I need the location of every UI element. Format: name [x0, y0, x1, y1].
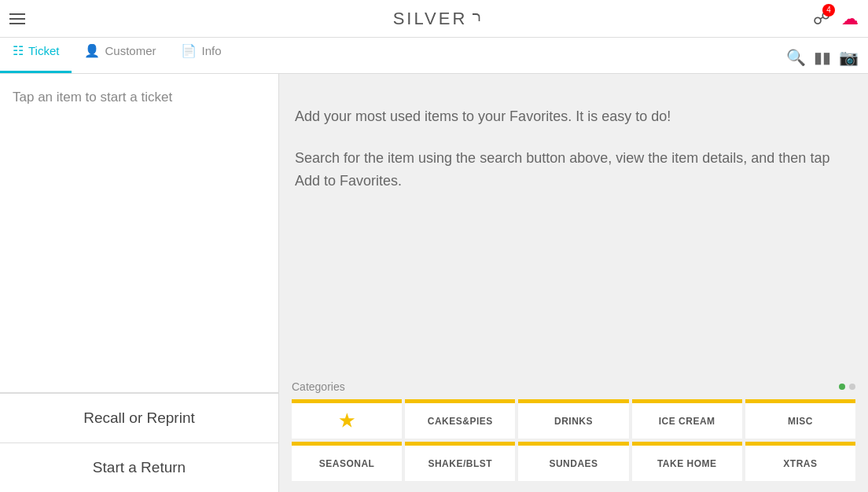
ticket-icon: ☷: [13, 43, 24, 58]
category-label: SEASONAL: [319, 458, 375, 469]
category-label: ICE CREAM: [659, 416, 715, 427]
categories-section: Categories ★ CAKES&PIES DRINKS ICE: [279, 380, 868, 492]
category-seasonal[interactable]: SEASONAL: [292, 442, 402, 481]
customer-icon: 👤: [84, 43, 100, 58]
cloud-icon[interactable]: ☁: [841, 9, 859, 29]
category-take-home[interactable]: TAKE HOME: [632, 442, 742, 481]
tab-ticket[interactable]: ☷ Ticket: [0, 38, 72, 73]
category-label: MISC: [788, 416, 813, 427]
category-ice-cream[interactable]: ICE CREAM: [632, 399, 742, 439]
category-label: DRINKS: [554, 416, 593, 427]
category-grid-row1: ★ CAKES&PIES DRINKS ICE CREAM MISC: [292, 399, 855, 439]
notification-button[interactable]: ☍ 4: [813, 9, 830, 29]
nav-tabs: ☷ Ticket 👤 Customer 📄 Info 🔍 ▮▮ 📷: [0, 38, 868, 74]
info-tab-icon: 📄: [181, 43, 197, 58]
category-label: XTRAS: [783, 458, 817, 469]
categories-label: Categories: [292, 380, 345, 393]
category-drinks[interactable]: DRINKS: [518, 399, 628, 439]
category-xtras[interactable]: XTRAS: [745, 442, 855, 481]
tab-customer-label: Customer: [105, 44, 156, 57]
top-bar-right: ☍ 4 ☁: [813, 9, 859, 29]
favorites-line2: Search for the item using the search but…: [295, 147, 837, 193]
category-label: TAKE HOME: [657, 458, 717, 469]
categories-header: Categories: [292, 380, 855, 393]
categories-dots: [839, 384, 855, 390]
camera-button[interactable]: 📷: [839, 48, 859, 67]
app-title: SILVER: [393, 9, 476, 29]
recall-reprint-button[interactable]: Recall or Reprint: [0, 393, 278, 442]
category-label: SUNDAES: [549, 458, 598, 469]
start-return-button[interactable]: Start a Return: [0, 442, 278, 492]
category-sundaes[interactable]: SUNDAES: [518, 442, 628, 481]
category-favorites[interactable]: ★: [292, 399, 402, 439]
hamburger-icon[interactable]: [9, 13, 25, 24]
category-misc[interactable]: MISC: [745, 399, 855, 439]
right-content: Add your most used items to your Favorit…: [279, 74, 868, 492]
dot-inactive: [849, 384, 855, 390]
favorites-message: Add your most used items to your Favorit…: [279, 74, 868, 380]
category-grid-row2: SEASONAL SHAKE/BLST SUNDAES TAKE HOME XT…: [292, 442, 855, 481]
category-label: CAKES&PIES: [428, 416, 493, 427]
star-icon: ★: [339, 411, 355, 431]
category-label: SHAKE/BLST: [428, 458, 492, 469]
grid-view-button[interactable]: ▮▮: [814, 48, 831, 67]
favorites-line1: Add your most used items to your Favorit…: [295, 105, 837, 128]
top-bar-left: [9, 13, 25, 24]
tab-info-label: Info: [201, 44, 221, 57]
tab-customer[interactable]: 👤 Customer: [72, 38, 168, 73]
category-cakes-pies[interactable]: CAKES&PIES: [405, 399, 515, 439]
sidebar-actions: Recall or Reprint Start a Return: [0, 392, 278, 492]
category-shake-blst[interactable]: SHAKE/BLST: [405, 442, 515, 481]
left-sidebar: Tap an item to start a ticket Recall or …: [0, 74, 279, 492]
top-bar: SILVER ☍ 4 ☁: [0, 0, 868, 38]
nav-actions: 🔍 ▮▮ 📷: [786, 48, 868, 73]
tab-ticket-label: Ticket: [28, 44, 59, 57]
notification-badge: 4: [822, 4, 835, 17]
dot-active: [839, 384, 845, 390]
ticket-empty-message: Tap an item to start a ticket: [0, 74, 278, 392]
search-button[interactable]: 🔍: [786, 48, 806, 67]
main-layout: Tap an item to start a ticket Recall or …: [0, 74, 868, 492]
tab-info[interactable]: 📄 Info: [168, 38, 234, 73]
